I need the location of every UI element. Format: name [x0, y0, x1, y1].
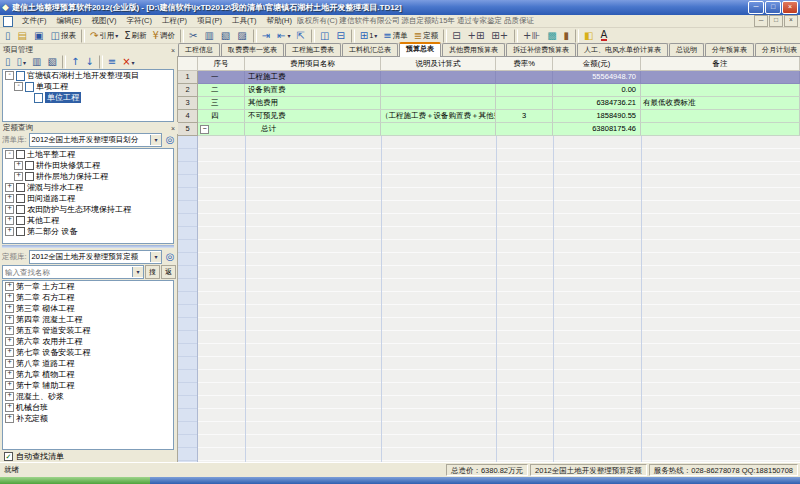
- locate-icon[interactable]: ◎: [164, 251, 176, 263]
- project-tree-item[interactable]: - 官塘镇石湖村土地开发整理项目: [3, 70, 173, 81]
- list-tree-item[interactable]: + 灌溉与排水工程: [3, 182, 173, 193]
- expander-icon[interactable]: +: [5, 205, 14, 214]
- tab[interactable]: 总说明: [669, 43, 704, 56]
- tab[interactable]: 工料机汇总表: [342, 43, 398, 56]
- fill-color-icon[interactable]: ◧ ▾: [581, 28, 597, 44]
- insert-row-icon[interactable]: ⇥ ▾: [259, 28, 274, 44]
- list-view-icon[interactable]: ≡ ▾: [105, 54, 119, 70]
- move-up-icon[interactable]: ↑ ▾: [68, 54, 82, 70]
- expand-right-icon[interactable]: ⊞+ ▾: [488, 28, 512, 44]
- tab[interactable]: 其他费用预算表: [442, 43, 505, 56]
- expander-icon[interactable]: +: [5, 392, 14, 401]
- expander-icon[interactable]: +: [5, 293, 14, 302]
- table-row[interactable]: 4 − 四 不可预见费 （工程施工费＋设备购置费＋其他费用）×费率 3 1858…: [178, 110, 800, 123]
- quota-library-select[interactable]: 2012全国土地开发整理预算定额 ▾: [29, 250, 162, 264]
- paste-special-icon[interactable]: ▨ ▾: [234, 28, 250, 44]
- mdi-close-button[interactable]: ×: [784, 15, 798, 27]
- tab[interactable]: 拆迁补偿费预算表: [506, 43, 576, 56]
- move-down-icon[interactable]: ↓ ▾: [82, 54, 96, 70]
- new-file-icon[interactable]: ▯ ▾: [2, 28, 15, 44]
- tab[interactable]: 取费费率一览表: [221, 43, 284, 56]
- expander-icon[interactable]: +: [5, 227, 14, 236]
- chapter-tree-item[interactable]: + 第六章 农用井工程: [3, 336, 173, 347]
- auto-find-checkbox[interactable]: ✓: [4, 452, 13, 461]
- copy-node-icon[interactable]: ▥ ▾: [29, 54, 44, 70]
- chapter-tree-item[interactable]: + 第二章 石方工程: [3, 292, 173, 303]
- expander-icon[interactable]: -: [5, 71, 14, 80]
- expander-icon[interactable]: +: [5, 337, 14, 346]
- minimize-button[interactable]: ─: [748, 1, 764, 14]
- locate-icon[interactable]: ◎: [164, 134, 176, 146]
- tab[interactable]: 工程施工费表: [285, 43, 341, 56]
- list-tree-item[interactable]: + 第二部分 设备: [3, 226, 173, 237]
- chapter-tree-item[interactable]: + 机械台班: [3, 402, 173, 413]
- table-row[interactable]: 3 − 三 其他费用 6384736.21 有最低收费标准: [178, 97, 800, 110]
- table-row[interactable]: 2 − 二 设备购置费 0.00: [178, 84, 800, 97]
- chevron-down-icon[interactable]: ▾: [132, 267, 143, 277]
- expand-left-icon[interactable]: +⊞ ▾: [465, 28, 489, 44]
- checkbox[interactable]: [16, 205, 25, 214]
- color-grid-icon[interactable]: ▩ ▾: [544, 28, 560, 44]
- menu-item[interactable]: 视图(V): [87, 16, 122, 26]
- split-vertical-icon[interactable]: ◫ ▾: [317, 28, 333, 44]
- checkbox[interactable]: [16, 183, 25, 192]
- collapse-all-icon[interactable]: ⊟ ▾: [449, 28, 464, 44]
- paste-node-icon[interactable]: ▧ ▾: [45, 54, 60, 70]
- insert-child-row-icon[interactable]: ⇤ ▾: [274, 28, 293, 44]
- chapter-tree-item[interactable]: + 第九章 植物工程: [3, 369, 173, 380]
- menu-item[interactable]: 帮助(H): [262, 16, 297, 26]
- panel-splitter[interactable]: [2, 245, 174, 248]
- search-button[interactable]: 搜: [145, 265, 160, 279]
- expander-icon[interactable]: +: [5, 183, 14, 192]
- expander-icon[interactable]: +: [5, 216, 14, 225]
- checkbox[interactable]: [16, 150, 25, 159]
- table-row[interactable]: 5 − 总计 63808175.46: [178, 123, 800, 136]
- expander-icon[interactable]: +: [5, 348, 14, 357]
- new-node-icon[interactable]: ▯ ▾: [2, 54, 14, 70]
- expand-level-icon[interactable]: ⊞ 1 ▾: [357, 28, 381, 44]
- report-preview-icon[interactable]: ◫ 报表 ▾: [47, 28, 78, 44]
- expander-icon[interactable]: +: [5, 370, 14, 379]
- expander-icon[interactable]: +: [5, 315, 14, 324]
- mdi-restore-button[interactable]: □: [769, 15, 783, 27]
- checkbox[interactable]: [16, 227, 25, 236]
- chapter-tree-item[interactable]: + 补充定额: [3, 413, 173, 424]
- list-tree-item[interactable]: + 农田防护与生态环境保持工程: [3, 204, 173, 215]
- list-tree-item[interactable]: - 土地平整工程: [3, 149, 173, 160]
- new-node-menu-icon[interactable]: ▯ ▾: [14, 54, 30, 70]
- paste-icon[interactable]: ▧ ▾: [218, 28, 234, 44]
- menu-item[interactable]: 字符(C): [122, 16, 157, 26]
- list-tree-item[interactable]: + 耕作层地力保持工程: [3, 171, 173, 182]
- adjust-price-icon[interactable]: ¥ 调价 ▾: [150, 28, 178, 44]
- tab[interactable]: 预算总表: [399, 42, 441, 57]
- reference-icon[interactable]: ↷ 引用 ▾: [87, 28, 121, 44]
- chapter-tree-item[interactable]: + 第十章 辅助工程: [3, 380, 173, 391]
- menu-item[interactable]: 工程(P): [157, 16, 192, 26]
- back-button[interactable]: 返: [161, 265, 176, 279]
- expander-icon[interactable]: +: [14, 172, 23, 181]
- tab[interactable]: 人工、电风水单价计算表: [577, 43, 668, 56]
- menu-item[interactable]: 文件(F): [17, 16, 52, 26]
- chevron-down-icon[interactable]: ▾: [150, 135, 161, 145]
- copy-icon[interactable]: ▥ ▾: [201, 28, 217, 44]
- lock-icon[interactable]: ▮ ▾: [561, 28, 574, 44]
- chapter-tree-item[interactable]: + 第四章 混凝土工程: [3, 314, 173, 325]
- delete-node-icon[interactable]: × ▾: [119, 54, 137, 70]
- delete-row-icon[interactable]: ⇱ ▾: [294, 28, 309, 44]
- menu-item[interactable]: 工具(T): [227, 16, 262, 26]
- restore-button[interactable]: □: [765, 1, 781, 14]
- expander-icon[interactable]: +: [5, 381, 14, 390]
- menu-item[interactable]: 项目(P): [192, 16, 227, 26]
- font-color-icon[interactable]: A ▾: [598, 28, 612, 44]
- checkbox[interactable]: [16, 194, 25, 203]
- expander-icon[interactable]: +: [5, 359, 14, 368]
- close-panel-icon[interactable]: ×: [171, 47, 175, 54]
- checkbox[interactable]: [25, 161, 34, 170]
- cut-icon[interactable]: ✂ ▾: [186, 28, 201, 44]
- expander-icon[interactable]: +: [5, 304, 14, 313]
- expander-icon[interactable]: -: [5, 150, 14, 159]
- chapter-tree-item[interactable]: + 第五章 管道安装工程: [3, 325, 173, 336]
- chapter-tree-item[interactable]: + 混凝土、砂浆: [3, 391, 173, 402]
- chapter-tree-item[interactable]: + 第三章 砌体工程: [3, 303, 173, 314]
- tab[interactable]: 分月计划表: [755, 43, 800, 56]
